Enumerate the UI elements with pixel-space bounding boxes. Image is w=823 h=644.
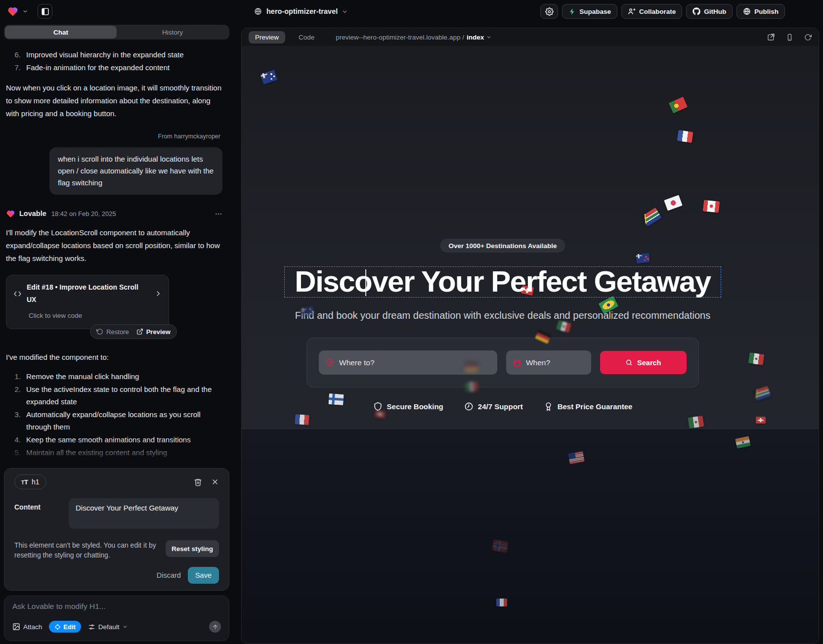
rotate-ccw-icon	[96, 328, 103, 335]
trash-icon[interactable]	[194, 478, 202, 486]
supabase-label: Supabase	[579, 8, 611, 15]
search-button[interactable]: Search	[600, 351, 687, 374]
element-tag-pill[interactable]: TT h1	[14, 474, 46, 489]
chevron-right-icon	[155, 290, 162, 297]
feature-label: Best Price Guarantee	[558, 402, 633, 411]
publish-label: Publish	[754, 8, 779, 15]
crosshair-icon	[54, 624, 61, 630]
chevron-down-icon	[342, 9, 347, 14]
supabase-button[interactable]: Supabase	[562, 4, 617, 19]
send-button[interactable]	[209, 621, 221, 633]
edit-card-title: Edit #18 • Improve Location Scroll UX	[27, 281, 150, 306]
mobile-view-icon[interactable]	[786, 34, 793, 41]
assistant-header: Lovable 18:42 on Feb 20, 2025	[6, 208, 222, 220]
user-attribution: From harrymckayroper	[6, 130, 222, 143]
assistant-intro: I'll modify the LocationScroll component…	[6, 226, 222, 265]
restore-button[interactable]: Restore	[96, 326, 129, 338]
flag-mexico-icon	[748, 352, 765, 365]
refresh-icon[interactable]	[804, 34, 812, 41]
feature-best-price: Best Price Guarantee	[544, 402, 633, 411]
list-text: Fade-in animation for the expanded conte…	[26, 61, 170, 74]
sidebar-toggle-button[interactable]	[38, 4, 52, 19]
github-button[interactable]: GitHub	[686, 4, 733, 19]
hero-title[interactable]: Discover Your Perfect Getaway	[295, 264, 710, 299]
list-number: 2.	[6, 383, 21, 408]
edit-card[interactable]: Edit #18 • Improve Location Scroll UX Cl…	[6, 275, 169, 329]
project-name: hero-optimizer-travel	[266, 7, 338, 15]
gear-icon	[545, 7, 554, 16]
flag-canada-icon	[703, 200, 720, 213]
tab-code[interactable]: Code	[292, 31, 321, 43]
feature-support: 24/7 Support	[464, 402, 523, 411]
award-icon	[544, 402, 553, 411]
default-mode-label: Default	[98, 623, 120, 631]
styling-note: This element can't be styled. You can ed…	[14, 540, 163, 560]
supabase-bolt-icon	[568, 8, 576, 15]
discard-button[interactable]: Discard	[157, 571, 181, 579]
lovable-logo-heart-icon[interactable]	[7, 5, 19, 17]
feature-secure-booking: Secure Booking	[373, 402, 443, 411]
close-icon[interactable]	[211, 478, 219, 486]
element-editor-panel: TT h1 Content Discover Your Perfect Geta…	[4, 468, 229, 591]
tab-chat[interactable]: Chat	[5, 26, 117, 39]
clock-icon	[464, 402, 474, 411]
flag-mexico-icon	[688, 416, 704, 429]
flag-france-icon	[677, 130, 693, 143]
composer-input[interactable]	[12, 602, 221, 611]
when-input[interactable]	[526, 358, 584, 367]
more-menu-icon[interactable]	[215, 210, 222, 218]
hero-subtitle: Find and book your dream destination wit…	[242, 310, 764, 321]
list-number: 7.	[6, 61, 21, 74]
flag-france-icon	[496, 599, 507, 606]
search-card: Search	[306, 338, 699, 387]
assistant-summary-intro: I've modified the component to:	[6, 351, 222, 363]
search-icon	[625, 359, 633, 366]
list-text: Improved visual hierarchy in the expande…	[26, 48, 184, 61]
content-textarea[interactable]: Discover Your Perfect Getaway	[69, 498, 219, 529]
chevron-down-icon[interactable]	[23, 9, 28, 14]
feature-badges: Secure Booking 24/7 Support Best Price G…	[242, 402, 764, 411]
url-host: preview--hero-optimizer-travel.lovable.a…	[336, 34, 464, 41]
reset-styling-button[interactable]: Reset styling	[166, 540, 219, 557]
map-pin-icon	[326, 358, 334, 367]
lovable-heart-icon	[6, 209, 15, 218]
restore-label: Restore	[106, 326, 129, 338]
collaborate-label: Collaborate	[639, 8, 676, 15]
open-in-new-tab-icon[interactable]	[767, 33, 775, 41]
text-caret	[365, 269, 366, 296]
list-item: 4.Keep the same smooth animations and tr…	[6, 433, 222, 446]
list-number: 3.	[6, 408, 21, 433]
collaborate-users-icon	[628, 7, 636, 15]
flag-mexico-icon	[465, 382, 478, 392]
edit-mode-button[interactable]: Edit	[49, 621, 81, 633]
arrow-up-icon	[212, 624, 218, 630]
message-timestamp: 18:42 on Feb 20, 2025	[51, 208, 116, 220]
publish-button[interactable]: Publish	[736, 4, 785, 19]
project-switcher[interactable]: hero-optimizer-travel	[254, 0, 347, 23]
url-page: index	[467, 34, 484, 41]
list-item: 2.Use the activeIndex state to control b…	[6, 383, 222, 408]
preview-url[interactable]: preview--hero-optimizer-travel.lovable.a…	[336, 34, 491, 41]
tab-history[interactable]: History	[117, 26, 228, 39]
when-field[interactable]	[506, 350, 591, 375]
assistant-step-list: 1.Remove the manual click handling 2.Use…	[6, 370, 222, 459]
flag-france-icon	[295, 414, 309, 425]
code-icon	[13, 290, 22, 298]
chevron-down-icon	[123, 624, 128, 629]
globe-icon	[254, 7, 262, 15]
tab-preview[interactable]: Preview	[249, 31, 285, 43]
search-label: Search	[637, 359, 661, 367]
list-item: 5.Maintain all the existing content and …	[6, 446, 222, 459]
list-item: 3.Automatically expand/collapse location…	[6, 408, 222, 433]
save-button[interactable]: Save	[188, 567, 219, 584]
flag-switzerland-icon	[756, 417, 766, 424]
collaborate-button[interactable]: Collaborate	[621, 4, 682, 19]
sidebar-tabs: Chat History	[4, 25, 229, 40]
attach-button[interactable]: Attach	[12, 623, 42, 631]
list-number: 4.	[6, 433, 21, 446]
list-number: 1.	[6, 370, 21, 383]
settings-button[interactable]	[540, 4, 558, 19]
default-mode-button[interactable]: Default	[88, 623, 128, 631]
preview-button[interactable]: Preview	[136, 326, 171, 338]
element-tag: h1	[32, 478, 40, 486]
